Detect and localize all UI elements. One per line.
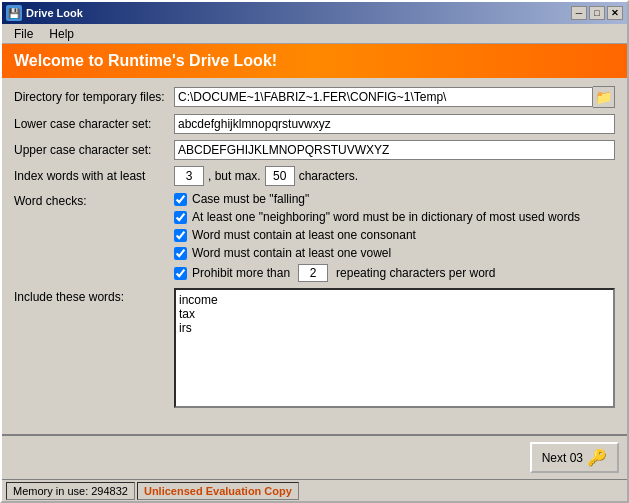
titlebar-buttons: ─ □ ✕ <box>571 6 623 20</box>
status-bar: Memory in use: 294832 Unlicensed Evaluat… <box>2 479 627 501</box>
browse-button[interactable]: 📁 <box>593 86 615 108</box>
uppercase-input[interactable] <box>174 140 615 160</box>
next-button[interactable]: Next 03 🔑 <box>530 442 619 473</box>
directory-field-group: 📁 <box>174 86 615 108</box>
check-vowel[interactable] <box>174 247 187 260</box>
window-icon: 💾 <box>6 5 22 21</box>
check-item-3: Word must contain at least one consonant <box>174 228 580 242</box>
word-checks-label: Word checks: <box>14 192 174 208</box>
check-prohibit[interactable] <box>174 267 187 280</box>
check-neighboring[interactable] <box>174 211 187 224</box>
titlebar: 💾 Drive Look ─ □ ✕ <box>2 2 627 24</box>
index-but-max-text: , but max. <box>208 169 261 183</box>
check-item-4: Word must contain at least one vowel <box>174 246 580 260</box>
check-prohibit-suffix: repeating characters per word <box>336 266 495 280</box>
check-prohibit-prefix: Prohibit more than <box>192 266 290 280</box>
include-label: Include these words: <box>14 288 174 304</box>
titlebar-left: 💾 Drive Look <box>6 5 83 21</box>
check-neighboring-label: At least one "neighboring" word must be … <box>192 210 580 224</box>
menu-help[interactable]: Help <box>41 25 82 43</box>
directory-input[interactable] <box>174 87 593 107</box>
check-item-1: Case must be "falling" <box>174 192 580 206</box>
main-window: 💾 Drive Look ─ □ ✕ File Help Welcome to … <box>0 0 629 503</box>
license-status: Unlicensed Evaluation Copy <box>137 482 299 500</box>
close-button[interactable]: ✕ <box>607 6 623 20</box>
minimize-button[interactable]: ─ <box>571 6 587 20</box>
word-checks-row: Word checks: Case must be "falling" At l… <box>14 192 615 282</box>
index-label: Index words with at least <box>14 169 174 183</box>
check-falling-label: Case must be "falling" <box>192 192 309 206</box>
lowercase-label: Lower case character set: <box>14 117 174 131</box>
index-chars-text: characters. <box>299 169 358 183</box>
check-consonant-label: Word must contain at least one consonant <box>192 228 416 242</box>
check-consonant[interactable] <box>174 229 187 242</box>
lowercase-row: Lower case character set: <box>14 114 615 134</box>
uppercase-label: Upper case character set: <box>14 143 174 157</box>
directory-label: Directory for temporary files: <box>14 90 174 104</box>
check-vowel-label: Word must contain at least one vowel <box>192 246 391 260</box>
checks-content: Case must be "falling" At least one "nei… <box>174 192 580 282</box>
index-max-input[interactable] <box>265 166 295 186</box>
window-title: Drive Look <box>26 7 83 19</box>
check-item-2: At least one "neighboring" word must be … <box>174 210 580 224</box>
header-text: Welcome to Runtime's Drive Look! <box>14 52 277 69</box>
memory-text: Memory in use: 294832 <box>13 485 128 497</box>
maximize-button[interactable]: □ <box>589 6 605 20</box>
check-falling[interactable] <box>174 193 187 206</box>
header-bar: Welcome to Runtime's Drive Look! <box>2 44 627 78</box>
content-area: Directory for temporary files: 📁 Lower c… <box>2 78 627 434</box>
check-item-5: Prohibit more than repeating characters … <box>174 264 580 282</box>
prohibit-input[interactable] <box>298 264 328 282</box>
menubar: File Help <box>2 24 627 44</box>
include-row: Include these words: income tax irs <box>14 288 615 408</box>
index-min-input[interactable] <box>174 166 204 186</box>
bottom-area: Next 03 🔑 <box>2 434 627 479</box>
memory-status: Memory in use: 294832 <box>6 482 135 500</box>
next-button-icon: 🔑 <box>587 448 607 467</box>
uppercase-row: Upper case character set: <box>14 140 615 160</box>
license-text: Unlicensed Evaluation Copy <box>144 485 292 497</box>
include-textarea[interactable]: income tax irs <box>174 288 615 408</box>
next-button-label: Next 03 <box>542 451 583 465</box>
lowercase-input[interactable] <box>174 114 615 134</box>
index-row: Index words with at least , but max. cha… <box>14 166 615 186</box>
menu-file[interactable]: File <box>6 25 41 43</box>
directory-row: Directory for temporary files: 📁 <box>14 86 615 108</box>
